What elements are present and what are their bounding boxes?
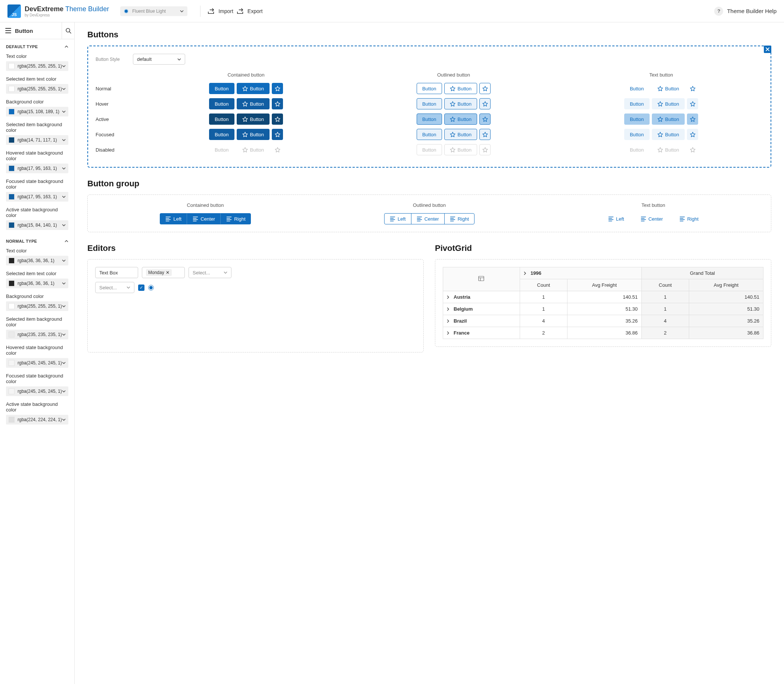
outlined-icon-button[interactable]: [479, 113, 490, 125]
pivotgrid-panel[interactable]: 1996 Grand Total Count Avg Freight Count…: [435, 259, 771, 347]
button-group-item[interactable]: Right: [221, 213, 250, 224]
contained-icon-button[interactable]: [272, 113, 283, 125]
buttons-panel[interactable]: Button Style default Contained button Ou…: [87, 45, 771, 168]
property-label: Background color: [6, 99, 68, 105]
button-group-item[interactable]: Left: [603, 213, 630, 224]
contained-button[interactable]: Button: [209, 129, 234, 140]
pivot-row-header[interactable]: Austria: [443, 291, 520, 303]
outlined-button-with-icon: Button: [444, 144, 477, 155]
color-input[interactable]: rgba(235, 235, 235, 1): [6, 330, 68, 339]
search-button[interactable]: [61, 23, 74, 39]
button-group-panel[interactable]: Contained button Outlined button Text bu…: [87, 195, 771, 232]
contained-button[interactable]: Button: [209, 113, 234, 125]
star-icon: [450, 101, 455, 107]
color-input[interactable]: rgba(245, 245, 245, 1): [6, 358, 68, 368]
field-chooser-button[interactable]: [443, 267, 520, 291]
lookup-select[interactable]: Select...: [95, 282, 134, 293]
color-input[interactable]: rgba(15, 108, 189, 1): [6, 107, 68, 116]
contained-button-with-icon[interactable]: Button: [237, 98, 270, 110]
tag-box[interactable]: Monday✕: [142, 267, 185, 278]
text-button-with-icon[interactable]: Button: [652, 83, 685, 94]
select-box[interactable]: Select...: [189, 267, 231, 278]
outlined-icon-button[interactable]: [479, 98, 490, 110]
pivot-cell: 1: [520, 303, 567, 315]
help-link[interactable]: ? Theme Builder Help: [714, 7, 776, 16]
color-input[interactable]: rgba(255, 255, 255, 1): [6, 301, 68, 311]
color-input[interactable]: rgba(36, 36, 36, 1): [6, 256, 68, 265]
contained-icon-button[interactable]: [272, 129, 283, 140]
sidebar-group-header[interactable]: DEFAULT TYPE: [0, 39, 74, 52]
pivot-row-header[interactable]: Brazil: [443, 315, 520, 327]
color-swatch: [8, 86, 15, 92]
color-value: rgba(15, 84, 140, 1): [18, 223, 62, 228]
text-button-with-icon[interactable]: Button: [652, 113, 685, 125]
contained-button-with-icon[interactable]: Button: [237, 113, 270, 125]
button-style-select[interactable]: default: [133, 54, 185, 65]
sidebar-group-header[interactable]: NORMAL TYPE: [0, 234, 74, 247]
contained-icon-button[interactable]: [272, 83, 283, 94]
button-group-item[interactable]: Right: [674, 213, 704, 224]
color-input[interactable]: rgba(17, 95, 163, 1): [6, 192, 68, 202]
button-group-item[interactable]: Center: [187, 213, 221, 224]
radio-button[interactable]: [148, 285, 154, 290]
sidebar-title[interactable]: Button: [0, 23, 61, 39]
contained-button[interactable]: Button: [209, 98, 234, 110]
text-icon-button[interactable]: [687, 129, 698, 140]
button-group-item[interactable]: Center: [635, 213, 669, 224]
outlined-button[interactable]: Button: [417, 113, 442, 125]
color-input[interactable]: rgba(15, 84, 140, 1): [6, 220, 68, 230]
text-button[interactable]: Button: [624, 113, 650, 125]
text-icon-button[interactable]: [687, 98, 698, 110]
property-label: Selected item text color: [6, 76, 68, 82]
color-value: rgba(17, 95, 163, 1): [18, 194, 62, 199]
contained-button[interactable]: Button: [209, 83, 234, 94]
editors-panel[interactable]: Text Box Monday✕ Select... Select... ✓: [87, 259, 424, 352]
export-button[interactable]: Export: [235, 6, 264, 16]
text-button[interactable]: Button: [624, 83, 650, 94]
pivot-row-header[interactable]: France: [443, 327, 520, 339]
text-button-with-icon[interactable]: Button: [652, 98, 685, 110]
contained-button-with-icon[interactable]: Button: [237, 83, 270, 94]
outlined-button-with-icon[interactable]: Button: [444, 83, 477, 94]
color-input[interactable]: rgba(255, 255, 255, 1): [6, 84, 68, 94]
outlined-button-with-icon[interactable]: Button: [444, 98, 477, 110]
outlined-button[interactable]: Button: [417, 129, 442, 140]
checkbox[interactable]: ✓: [138, 284, 145, 291]
section-title-button-group: Button group: [87, 179, 771, 189]
pivot-cell: 1: [641, 291, 689, 303]
pivot-col-header[interactable]: 1996: [520, 267, 641, 279]
theme-selector[interactable]: Fluent Blue Light: [120, 6, 187, 16]
button-group-item[interactable]: Left: [384, 213, 411, 224]
outlined-icon-button[interactable]: [479, 83, 490, 94]
outlined-button[interactable]: Button: [417, 83, 442, 94]
text-button[interactable]: Button: [624, 98, 650, 110]
button-group-item[interactable]: Center: [411, 213, 445, 224]
close-button[interactable]: [764, 45, 771, 53]
pivot-row-header[interactable]: Belgium: [443, 303, 520, 315]
text-icon-button[interactable]: [687, 113, 698, 125]
text-button-with-icon[interactable]: Button: [652, 129, 685, 140]
button-group-item[interactable]: Left: [160, 213, 187, 224]
color-input[interactable]: rgba(245, 245, 245, 1): [6, 386, 68, 396]
property-label: Focused state background color: [6, 179, 68, 190]
text-box[interactable]: Text Box: [95, 267, 138, 278]
outlined-icon-button[interactable]: [479, 129, 490, 140]
color-input[interactable]: rgba(14, 71, 117, 1): [6, 135, 68, 145]
color-input[interactable]: rgba(17, 95, 163, 1): [6, 163, 68, 173]
outlined-button-with-icon[interactable]: Button: [444, 129, 477, 140]
outlined-button-with-icon[interactable]: Button: [444, 113, 477, 125]
outlined-button[interactable]: Button: [417, 98, 442, 110]
align-icon: [165, 216, 171, 221]
import-button[interactable]: Import: [206, 6, 235, 16]
chevron-right-icon: [447, 331, 451, 335]
text-button[interactable]: Button: [624, 129, 650, 140]
button-group-item[interactable]: Right: [444, 213, 474, 224]
color-input[interactable]: rgba(36, 36, 36, 1): [6, 279, 68, 288]
text-icon-button[interactable]: [687, 83, 698, 94]
pivot-subheader: Count: [641, 279, 689, 291]
tag-remove-icon[interactable]: ✕: [166, 270, 169, 275]
color-input[interactable]: rgba(255, 255, 255, 1): [6, 61, 68, 71]
contained-button-with-icon[interactable]: Button: [237, 129, 270, 140]
contained-icon-button[interactable]: [272, 98, 283, 110]
color-input[interactable]: rgba(224, 224, 224, 1): [6, 415, 68, 424]
